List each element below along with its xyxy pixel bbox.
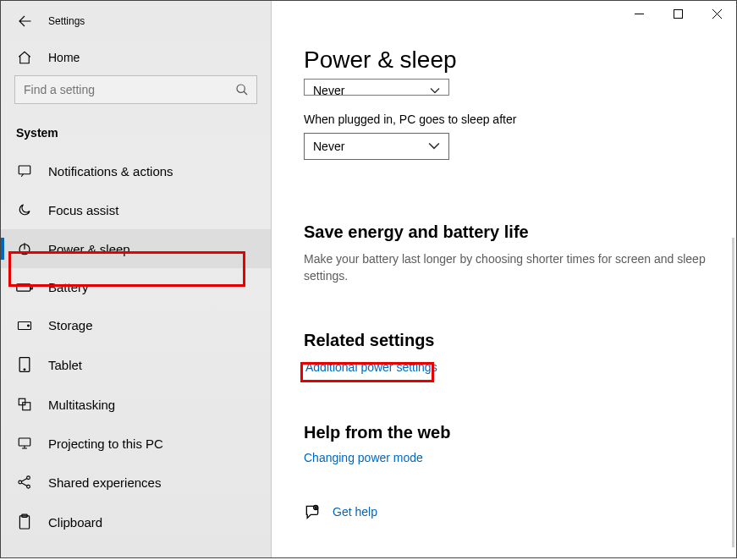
get-help-link[interactable]: Get help <box>333 505 377 519</box>
sidebar-item-clipboard[interactable]: Clipboard <box>1 502 271 542</box>
battery-icon <box>16 282 33 294</box>
sleep-plugged-dropdown[interactable]: Never <box>304 133 449 160</box>
get-help-row[interactable]: ? Get help <box>304 503 709 520</box>
sidebar-item-label: Storage <box>48 318 93 332</box>
scrollbar[interactable] <box>732 238 734 547</box>
sidebar-item-label: Battery <box>48 280 89 294</box>
help-web-heading: Help from the web <box>304 423 709 442</box>
svg-point-6 <box>28 325 30 327</box>
sidebar-item-label: Tablet <box>48 358 82 372</box>
close-icon <box>712 9 722 19</box>
energy-text: Make your battery last longer by choosin… <box>304 250 709 285</box>
sidebar-item-storage[interactable]: Storage <box>1 306 271 344</box>
tablet-icon <box>16 356 33 373</box>
sidebar-nav: Notifications & actions Focus assist Pow… <box>1 151 271 542</box>
search-container <box>1 75 271 121</box>
sidebar-item-shared-experiences[interactable]: Shared experiences <box>1 463 271 502</box>
sleep-plugged-label: When plugged in, PC goes to sleep after <box>304 113 709 126</box>
sidebar-home-label: Home <box>48 51 80 64</box>
svg-point-14 <box>27 485 30 488</box>
projecting-icon <box>16 436 33 451</box>
chevron-down-icon <box>428 142 440 151</box>
sidebar-item-label: Multitasking <box>48 398 115 412</box>
sidebar-header: Settings <box>1 1 271 36</box>
sidebar-item-label: Projecting to this PC <box>48 436 163 451</box>
svg-rect-15 <box>19 516 29 529</box>
dropdown-value: Never <box>313 140 344 153</box>
moon-icon <box>16 202 33 217</box>
sidebar-item-battery[interactable]: Battery <box>1 268 271 306</box>
minimize-icon <box>635 9 644 19</box>
storage-icon <box>16 320 33 332</box>
search-icon <box>235 83 249 96</box>
settings-window: Settings Home System Notifications & <box>0 0 737 558</box>
sidebar-item-label: Shared experiences <box>48 475 161 490</box>
message-icon <box>16 163 33 178</box>
power-icon <box>16 241 33 256</box>
maximize-button[interactable] <box>658 1 697 26</box>
svg-rect-3 <box>17 283 30 290</box>
sidebar-item-projecting[interactable]: Projecting to this PC <box>1 424 271 463</box>
chevron-down-icon <box>430 87 440 95</box>
sidebar-item-label: Focus assist <box>48 203 118 217</box>
maximize-icon <box>674 9 683 19</box>
svg-point-0 <box>237 85 245 92</box>
energy-heading: Save energy and battery life <box>304 222 709 242</box>
multitasking-icon <box>16 397 33 412</box>
svg-rect-17 <box>674 9 682 18</box>
clipboard-icon <box>16 513 33 530</box>
svg-point-8 <box>24 369 25 371</box>
sidebar-item-focus-assist[interactable]: Focus assist <box>1 190 271 229</box>
sidebar-item-power-sleep[interactable]: Power & sleep <box>1 229 271 268</box>
window-title: Settings <box>48 15 85 27</box>
dropdown-value: Never <box>313 84 344 96</box>
window-controls <box>619 1 736 26</box>
svg-rect-9 <box>19 398 25 405</box>
sidebar-home[interactable]: Home <box>1 36 271 75</box>
svg-point-12 <box>19 480 22 484</box>
sidebar-item-tablet[interactable]: Tablet <box>1 344 271 385</box>
arrow-left-icon <box>17 14 32 29</box>
home-icon <box>16 50 33 65</box>
svg-rect-4 <box>31 286 33 288</box>
back-button[interactable] <box>16 13 33 30</box>
main-pane: Power & sleep Never When plugged in, PC … <box>272 1 736 557</box>
share-icon <box>16 475 33 490</box>
page-title: Power & sleep <box>304 47 709 74</box>
sidebar-item-label: Notifications & actions <box>48 164 173 178</box>
search-input[interactable] <box>14 75 257 104</box>
svg-rect-11 <box>19 438 30 446</box>
related-heading: Related settings <box>304 331 709 350</box>
sidebar-group-system: System <box>1 121 271 151</box>
additional-power-settings-link[interactable]: Additional power settings <box>305 360 437 374</box>
svg-rect-1 <box>19 166 30 174</box>
minimize-button[interactable] <box>619 1 658 26</box>
close-button[interactable] <box>697 1 736 26</box>
screen-timeout-dropdown[interactable]: Never <box>304 79 449 96</box>
sidebar-item-label: Clipboard <box>48 515 102 530</box>
svg-rect-10 <box>23 403 30 410</box>
svg-point-13 <box>27 476 30 480</box>
sidebar: Settings Home System Notifications & <box>1 1 272 557</box>
sidebar-item-multitasking[interactable]: Multitasking <box>1 385 271 424</box>
changing-power-mode-link[interactable]: Changing power mode <box>304 451 423 464</box>
sidebar-item-notifications[interactable]: Notifications & actions <box>1 151 271 190</box>
chat-help-icon: ? <box>304 503 321 520</box>
sidebar-item-label: Power & sleep <box>48 242 130 256</box>
related-link-wrapper: Additional power settings <box>304 359 441 377</box>
